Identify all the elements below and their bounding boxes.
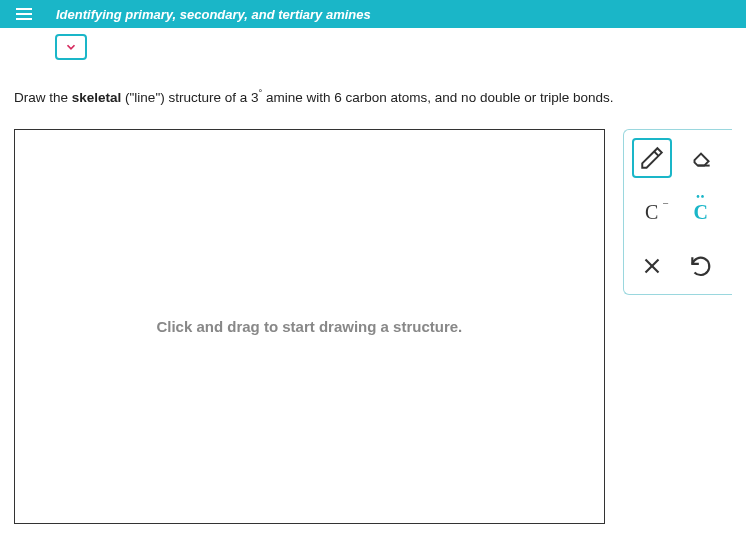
undo-tool[interactable] xyxy=(681,246,721,286)
pencil-tool[interactable] xyxy=(632,138,672,178)
c-minus-label: C xyxy=(645,201,658,224)
c-dots-label: C xyxy=(694,201,708,224)
close-icon xyxy=(639,253,665,279)
drawing-canvas[interactable]: Click and drag to start drawing a struct… xyxy=(14,129,605,524)
page-title: Identifying primary, secondary, and tert… xyxy=(56,7,371,22)
question-text: Draw the skeletal ("line") structure of … xyxy=(14,86,732,107)
eraser-tool[interactable] xyxy=(681,138,721,178)
eraser-icon xyxy=(688,145,714,171)
carbon-lonepair-tool[interactable]: C xyxy=(681,192,721,232)
pencil-icon xyxy=(639,145,665,171)
header-bar: Identifying primary, secondary, and tert… xyxy=(0,0,746,28)
main-area: Click and drag to start drawing a struct… xyxy=(14,129,732,524)
drawing-toolbar: C C xyxy=(623,129,732,295)
canvas-placeholder: Click and drag to start drawing a struct… xyxy=(149,316,469,337)
hamburger-menu-icon[interactable] xyxy=(16,8,32,20)
undo-icon xyxy=(688,253,714,279)
clear-tool[interactable] xyxy=(632,246,672,286)
carbon-anion-tool[interactable]: C xyxy=(632,192,672,232)
content-area: Draw the skeletal ("line") structure of … xyxy=(0,28,746,524)
